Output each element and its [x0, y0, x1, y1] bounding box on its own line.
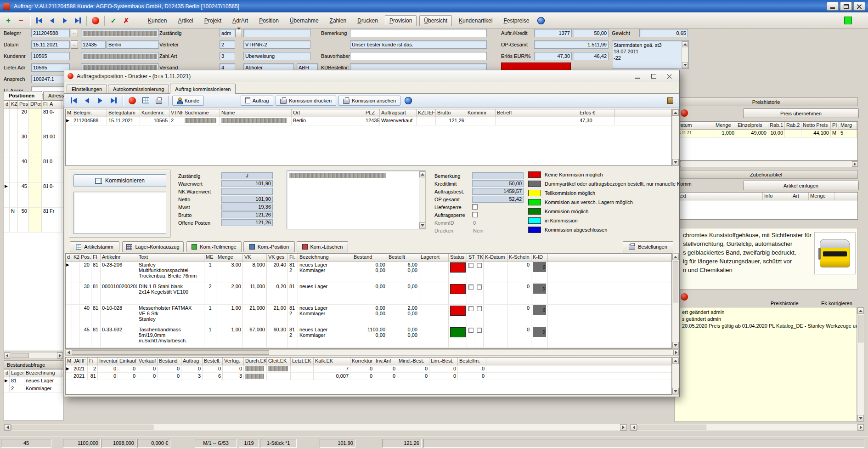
table-row[interactable]: 40810-10-028Messerholster FATMAX VE 6 St…	[66, 305, 671, 326]
menu-festpreise[interactable]: Festpreise	[499, 16, 533, 26]
column-header[interactable]: Letzt.EK	[291, 358, 314, 365]
column-header[interactable]: Menge	[714, 122, 736, 129]
ek-korrigieren-label[interactable]: Ek korrigieren	[821, 301, 852, 306]
vertreter-name-field[interactable]: VTRNR-2	[243, 40, 310, 49]
column-header[interactable]: Artikelnr	[101, 254, 137, 261]
preishistorie-table[interactable]: DatumMengeEinzelpreisRab.1Rab.2Netto Pre…	[675, 121, 858, 161]
column-header[interactable]: Name	[220, 109, 292, 117]
menu-position[interactable]: Position	[255, 16, 283, 26]
column-header[interactable]: Bestand	[352, 254, 387, 261]
dialog-maximize-button[interactable]	[647, 72, 660, 81]
preis-uebernehmen-button[interactable]: Preis übernehmen	[743, 108, 859, 118]
delete-record-button[interactable]: −	[16, 15, 27, 26]
column-header[interactable]: d	[4, 101, 10, 108]
column-header[interactable]: Datum	[676, 122, 714, 129]
positions-side-table[interactable]: dKZPosDPosFIA20810-30810040810-▶45810-N5…	[4, 100, 63, 351]
column-header[interactable]: Rab.1	[768, 122, 785, 129]
column-header[interactable]: Bestand	[158, 358, 181, 365]
positions-table[interactable]: dKZPos.FIArtikelnrTextMEMengeVKVK gesFi.…	[65, 253, 672, 349]
column-header[interactable]: Lager	[10, 369, 24, 377]
checkbox[interactable]	[467, 261, 475, 283]
bemerkung-field-top[interactable]	[350, 29, 487, 37]
checkbox[interactable]	[475, 326, 484, 347]
auftr-kredit-field2[interactable]: 50,00	[573, 29, 609, 37]
column-header[interactable]: VTNR	[169, 109, 183, 117]
menu-artikel[interactable]: Artikel	[174, 16, 197, 26]
bauvorhaben-field[interactable]	[350, 52, 487, 60]
column-header[interactable]: Lim.-Best.	[429, 358, 458, 365]
column-header[interactable]: Pos.	[79, 254, 91, 261]
menu-projekt[interactable]: Projekt	[200, 16, 225, 26]
maximize-button[interactable]	[840, 2, 852, 11]
scroll-thumb[interactable]	[858, 315, 863, 342]
liefersperre-checkbox[interactable]	[472, 204, 478, 210]
table-row[interactable]: ▶81neues Lager	[4, 377, 63, 385]
column-header[interactable]: Korrektur	[350, 358, 374, 365]
column-header[interactable]: FI	[91, 254, 101, 261]
column-header[interactable]: Marg	[839, 122, 857, 129]
column-header[interactable]: Status	[449, 254, 467, 261]
column-header[interactable]: K-Datum	[484, 254, 507, 261]
nav-prev-button[interactable]	[81, 96, 92, 106]
column-header[interactable]: Kommnr	[466, 109, 496, 117]
kunde-info-box[interactable]	[287, 171, 426, 229]
lager-statistik-table[interactable]: MJAHFFiInventurEinkaufVerkaufBestandAuft…	[65, 357, 672, 395]
erloes-field2[interactable]: 46,42	[573, 52, 609, 60]
table-row[interactable]: ▶20810-28-206Stanley Multifunktionsspach…	[66, 261, 671, 283]
help-icon[interactable]	[535, 15, 547, 26]
column-header[interactable]: Belegdatum	[107, 109, 140, 117]
bestellungen-button[interactable]: Bestellungen	[623, 241, 673, 252]
column-header[interactable]: Belegnr.	[72, 109, 107, 117]
column-header[interactable]: A	[48, 101, 62, 108]
column-header[interactable]: JAHF	[72, 358, 88, 365]
column-header[interactable]: KZLIEF	[417, 109, 436, 117]
kom-loeschen-button[interactable]: Kom.-Löschen	[297, 241, 348, 252]
zahlart-name-field[interactable]: Überweisung	[243, 52, 310, 60]
kunde-button[interactable]: Kunde	[172, 96, 204, 106]
column-header[interactable]: Fi.	[288, 254, 298, 261]
table-row[interactable]: ▶21120458815.11.2021105652Berlin12435War…	[66, 117, 671, 125]
checkbox[interactable]	[467, 326, 475, 347]
scroll-up-button[interactable]	[682, 41, 688, 47]
column-header[interactable]: Bezeichnung	[298, 254, 352, 261]
nav-first-button[interactable]	[68, 96, 79, 106]
menu-uebersicht[interactable]: Übersicht	[419, 15, 452, 26]
column-header[interactable]: Bezeichnung	[24, 369, 62, 377]
table-row[interactable]: 45810-33-932Taschenbandmass 5m/19,0mm m.…	[66, 326, 671, 348]
refresh-icon[interactable]	[127, 95, 138, 106]
table-row[interactable]: 40810-	[4, 158, 63, 183]
kom-position-button[interactable]: Kom.-Position	[243, 241, 295, 252]
column-header[interactable]: DPos	[29, 101, 42, 108]
scroll-right-button[interactable]	[852, 161, 857, 167]
scroll-left-button[interactable]	[66, 350, 71, 355]
left-grid-hscrollbar[interactable]	[4, 352, 63, 359]
gewicht-field[interactable]: 0,65	[639, 29, 688, 37]
column-header[interactable]: Betreff	[496, 109, 578, 117]
scroll-up-button[interactable]	[672, 254, 679, 260]
artikel-einfuegen-button[interactable]: Artikel einfügen	[743, 181, 859, 190]
column-header[interactable]: Suchname	[183, 109, 220, 117]
tab-auftrag-kommissionieren[interactable]: Auftrag kommissionieren	[170, 84, 236, 94]
menu-uebernahme[interactable]: Übernahme	[286, 16, 323, 26]
belegnr-lookup-button[interactable]: ..	[71, 29, 78, 37]
column-header[interactable]: Brutto	[436, 109, 466, 117]
preishistorie-hscrollbar[interactable]	[675, 161, 858, 167]
column-header[interactable]: Bestellt	[387, 254, 419, 261]
scroll-right-button[interactable]	[57, 352, 63, 358]
stats-vscrollbar[interactable]	[672, 357, 679, 395]
column-header[interactable]: Fi	[88, 358, 98, 365]
op-gesamt-field[interactable]: 1.511,99	[534, 40, 609, 49]
column-header[interactable]: Lagerort	[419, 254, 449, 261]
column-header[interactable]: Auftrag	[181, 358, 203, 365]
main-hscrollbar[interactable]	[4, 424, 627, 431]
refresh-icon[interactable]	[90, 15, 101, 26]
nav-last-button[interactable]	[108, 96, 119, 106]
bemerkung-field[interactable]: Unser bester kunde ist das.	[350, 40, 487, 49]
dialog-titlebar[interactable]: Auftragsdisposition - Drucker - (b+s 1.1…	[64, 70, 679, 82]
auftragsperre-checkbox[interactable]	[472, 212, 478, 217]
menu-provision[interactable]: Provision	[385, 15, 417, 26]
scroll-down-button[interactable]	[672, 342, 679, 348]
column-header[interactable]: Rab.2	[785, 122, 801, 129]
auftrag-button[interactable]: Auftrag	[241, 96, 273, 106]
minimize-button[interactable]	[827, 2, 839, 11]
